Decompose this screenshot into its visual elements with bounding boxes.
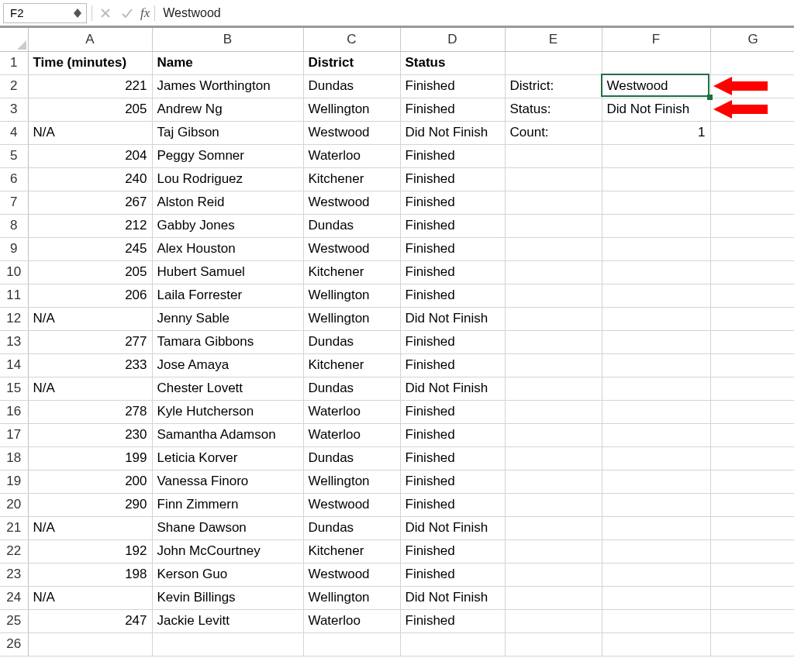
cell-E23[interactable] xyxy=(505,563,602,586)
grid-table[interactable]: A B C D E F G 1Time (minutes)NameDistric… xyxy=(0,28,794,656)
row-header[interactable]: 17 xyxy=(0,423,28,446)
cell-G17[interactable] xyxy=(710,423,794,446)
cell-B5[interactable]: Peggy Somner xyxy=(152,144,303,167)
cell-F9[interactable] xyxy=(602,237,710,260)
cell-B9[interactable]: Alex Houston xyxy=(152,237,303,260)
row-header[interactable]: 13 xyxy=(0,330,28,353)
cell-E9[interactable] xyxy=(505,237,602,260)
cell-C24[interactable]: Wellington xyxy=(303,586,400,609)
cell-F13[interactable] xyxy=(602,330,710,353)
cell-A18[interactable]: 199 xyxy=(28,446,152,470)
cell-C6[interactable]: Kitchener xyxy=(303,167,400,191)
cell-A14[interactable]: 233 xyxy=(28,353,152,377)
col-header-C[interactable]: C xyxy=(303,28,400,51)
name-box-spinner[interactable] xyxy=(74,9,81,18)
cell-D4[interactable]: Did Not Finish xyxy=(400,121,505,144)
cell-A8[interactable]: 212 xyxy=(28,214,152,237)
cell-G21[interactable] xyxy=(710,516,794,539)
cell-F15[interactable] xyxy=(602,377,710,400)
row-header[interactable]: 9 xyxy=(0,237,28,260)
cell-B19[interactable]: Vanessa Finoro xyxy=(152,470,303,493)
cell-D5[interactable]: Finished xyxy=(400,144,505,167)
cell-A17[interactable]: 230 xyxy=(28,423,152,446)
cell-G11[interactable] xyxy=(710,284,794,307)
cell-A20[interactable]: 290 xyxy=(28,493,152,516)
row-header[interactable]: 26 xyxy=(0,632,28,656)
cell-A25[interactable]: 247 xyxy=(28,609,152,632)
cell-F6[interactable] xyxy=(602,167,710,191)
cell-D26[interactable] xyxy=(400,632,505,656)
cell-D11[interactable]: Finished xyxy=(400,284,505,307)
cell-G23[interactable] xyxy=(710,563,794,586)
row-header[interactable]: 11 xyxy=(0,284,28,307)
cell-F14[interactable] xyxy=(602,353,710,377)
row-header[interactable]: 3 xyxy=(0,98,28,121)
row-header[interactable]: 5 xyxy=(0,144,28,167)
cell-B20[interactable]: Finn Zimmern xyxy=(152,493,303,516)
cell-A26[interactable] xyxy=(28,632,152,656)
col-header-F[interactable]: F xyxy=(602,28,710,51)
cell-G16[interactable] xyxy=(710,400,794,423)
cell-B12[interactable]: Jenny Sable xyxy=(152,307,303,330)
cell-D20[interactable]: Finished xyxy=(400,493,505,516)
accept-formula-button[interactable] xyxy=(119,5,136,22)
cell-D18[interactable]: Finished xyxy=(400,446,505,470)
cell-E21[interactable] xyxy=(505,516,602,539)
col-header-A[interactable]: A xyxy=(28,28,152,51)
cell-F21[interactable] xyxy=(602,516,710,539)
cell-E6[interactable] xyxy=(505,167,602,191)
cell-F11[interactable] xyxy=(602,284,710,307)
cell-E22[interactable] xyxy=(505,539,602,563)
cell-D17[interactable]: Finished xyxy=(400,423,505,446)
row-header[interactable]: 4 xyxy=(0,121,28,144)
cell-E5[interactable] xyxy=(505,144,602,167)
cell-D3[interactable]: Finished xyxy=(400,98,505,121)
cell-D8[interactable]: Finished xyxy=(400,214,505,237)
row-header[interactable]: 6 xyxy=(0,167,28,191)
select-all-corner[interactable] xyxy=(0,28,28,51)
cell-G26[interactable] xyxy=(710,632,794,656)
cell-D23[interactable]: Finished xyxy=(400,563,505,586)
cell-B7[interactable]: Alston Reid xyxy=(152,191,303,214)
cell-C14[interactable]: Kitchener xyxy=(303,353,400,377)
cell-G5[interactable] xyxy=(710,144,794,167)
cancel-formula-button[interactable] xyxy=(97,5,114,22)
cell-B16[interactable]: Kyle Hutcherson xyxy=(152,400,303,423)
cell-A16[interactable]: 278 xyxy=(28,400,152,423)
cell-D12[interactable]: Did Not Finish xyxy=(400,307,505,330)
cell-F4[interactable]: 1 xyxy=(602,121,710,144)
cell-E18[interactable] xyxy=(505,446,602,470)
cell-C21[interactable]: Dundas xyxy=(303,516,400,539)
cell-C7[interactable]: Westwood xyxy=(303,191,400,214)
cell-B15[interactable]: Chester Lovett xyxy=(152,377,303,400)
row-header[interactable]: 23 xyxy=(0,563,28,586)
cell-F26[interactable] xyxy=(602,632,710,656)
cell-E3[interactable]: Status: xyxy=(505,98,602,121)
row-header[interactable]: 19 xyxy=(0,470,28,493)
cell-G13[interactable] xyxy=(710,330,794,353)
cell-B23[interactable]: Kerson Guo xyxy=(152,563,303,586)
cell-B13[interactable]: Tamara Gibbons xyxy=(152,330,303,353)
cell-D9[interactable]: Finished xyxy=(400,237,505,260)
row-header[interactable]: 14 xyxy=(0,353,28,377)
cell-C4[interactable]: Westwood xyxy=(303,121,400,144)
cell-B25[interactable]: Jackie Levitt xyxy=(152,609,303,632)
cell-F24[interactable] xyxy=(602,586,710,609)
row-header[interactable]: 7 xyxy=(0,191,28,214)
cell-A21[interactable]: N/A xyxy=(28,516,152,539)
cell-C1[interactable]: District xyxy=(303,51,400,74)
cell-E26[interactable] xyxy=(505,632,602,656)
cell-D19[interactable]: Finished xyxy=(400,470,505,493)
name-box[interactable]: F2 xyxy=(3,3,87,23)
cell-E24[interactable] xyxy=(505,586,602,609)
cell-F18[interactable] xyxy=(602,446,710,470)
cell-E7[interactable] xyxy=(505,191,602,214)
row-header[interactable]: 10 xyxy=(0,260,28,284)
cell-G12[interactable] xyxy=(710,307,794,330)
cell-E17[interactable] xyxy=(505,423,602,446)
cell-C3[interactable]: Wellington xyxy=(303,98,400,121)
cell-C12[interactable]: Wellington xyxy=(303,307,400,330)
cell-D22[interactable]: Finished xyxy=(400,539,505,563)
cell-A4[interactable]: N/A xyxy=(28,121,152,144)
cell-B17[interactable]: Samantha Adamson xyxy=(152,423,303,446)
